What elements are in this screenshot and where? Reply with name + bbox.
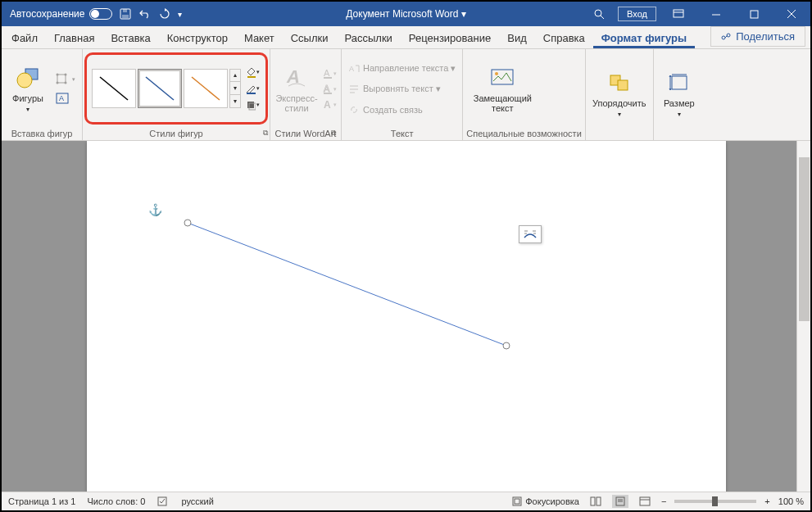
svg-point-16 (57, 82, 59, 84)
search-icon[interactable] (580, 2, 618, 26)
ribbon: Фигуры ▾ ▾ A Вставка фигур ▴ ▾ ▾ (2, 49, 810, 141)
alt-text-label: Замещающий текст (468, 93, 537, 113)
page-indicator[interactable]: Страница 1 из 1 (8, 496, 75, 506)
read-mode-button[interactable] (587, 495, 604, 508)
login-button[interactable]: Вход (618, 7, 656, 21)
ribbon-display-icon[interactable] (660, 2, 697, 26)
tab-help[interactable]: Справка (535, 27, 593, 48)
shapes-label: Фигуры (12, 93, 43, 103)
shape-style-gallery[interactable] (92, 69, 228, 108)
focus-mode-button[interactable]: Фокусировка (512, 496, 579, 506)
tab-review[interactable]: Рецензирование (401, 27, 499, 48)
svg-rect-1 (122, 15, 129, 18)
shape-fill-button[interactable]: ▾ (244, 65, 261, 79)
text-direction-icon: A (348, 63, 360, 75)
tab-insert[interactable]: Вставка (102, 27, 158, 48)
svg-rect-51 (515, 499, 519, 504)
save-icon[interactable] (119, 7, 132, 20)
tab-home[interactable]: Главная (46, 27, 102, 48)
group-label-shape-styles: Стили фигур⧉ (83, 127, 270, 140)
shape-effects-button[interactable]: ▾ (244, 97, 261, 112)
zoom-in-button[interactable]: + (764, 496, 769, 506)
alt-text-button[interactable]: Замещающий текст (466, 57, 538, 121)
tab-view[interactable]: Вид (499, 27, 535, 48)
dialog-launcher-icon[interactable]: ⧉ (331, 129, 336, 138)
autosave-label: Автосохранение (10, 8, 84, 20)
tab-file[interactable]: Файл (3, 27, 46, 48)
selected-line-shape[interactable] (87, 141, 726, 492)
tab-references[interactable]: Ссылки (283, 27, 337, 48)
line-handle-start[interactable] (184, 220, 192, 227)
document-title[interactable]: Документ Microsoft Word ▾ (346, 8, 465, 20)
svg-rect-2 (123, 9, 127, 12)
gallery-down-icon[interactable]: ▾ (230, 82, 240, 95)
svg-line-44 (188, 223, 506, 346)
svg-rect-29 (324, 77, 332, 79)
dialog-launcher-icon[interactable]: ⧉ (263, 129, 268, 138)
tab-layout[interactable]: Макет (236, 27, 283, 48)
line-handle-end[interactable] (503, 342, 510, 350)
autosave-toggle[interactable]: Автосохранение (10, 8, 112, 20)
layout-options-button[interactable] (519, 225, 542, 243)
vertical-scrollbar[interactable] (796, 141, 810, 492)
group-wordart-styles: A Экспресс-стили A▾ A▾ A▾ Стили WordArt⧉ (270, 49, 342, 140)
svg-text:A: A (324, 99, 331, 111)
svg-rect-53 (597, 497, 601, 505)
svg-rect-8 (751, 11, 758, 18)
word-count[interactable]: Число слов: 0 (87, 496, 145, 506)
wordart-icon: A (284, 65, 310, 91)
page[interactable]: ⚓ (87, 141, 726, 492)
zoom-out-button[interactable]: − (661, 496, 666, 506)
svg-rect-13 (57, 75, 66, 83)
toggle-off-icon (89, 8, 112, 20)
tab-design[interactable]: Конструктор (159, 27, 236, 48)
close-button[interactable] (773, 2, 810, 26)
style-preset-blue[interactable] (138, 69, 182, 108)
arrange-label: Упорядочить (592, 98, 646, 108)
document-area[interactable]: ⚓ (2, 141, 810, 492)
shapes-icon (15, 65, 41, 91)
zoom-slider-knob[interactable] (712, 496, 718, 506)
qat-customize-icon[interactable]: ▾ (178, 10, 182, 19)
scrollbar-thumb[interactable] (799, 157, 810, 321)
text-fill-button: A▾ (321, 66, 338, 81)
gallery-scroll[interactable]: ▴ ▾ ▾ (229, 69, 241, 108)
svg-rect-25 (247, 102, 254, 108)
size-button[interactable]: Размер ▾ (657, 62, 701, 126)
gallery-up-icon[interactable]: ▴ (230, 70, 240, 83)
svg-point-17 (65, 82, 67, 84)
minimize-button[interactable] (697, 2, 735, 26)
arrange-button[interactable]: Упорядочить ▾ (589, 62, 650, 126)
layout-options-icon (523, 229, 538, 240)
shape-outline-button[interactable]: ▾ (244, 81, 261, 96)
titlebar: Автосохранение ▾ Документ Microsoft Word… (2, 2, 810, 26)
group-label-insert-shapes: Вставка фигур (5, 127, 79, 140)
alt-text-icon (489, 65, 515, 91)
style-preset-orange[interactable] (184, 69, 228, 108)
zoom-slider[interactable] (674, 500, 756, 503)
spellcheck-icon[interactable] (157, 496, 170, 507)
share-button[interactable]: Поделиться (710, 26, 805, 47)
maximize-button[interactable] (735, 2, 773, 26)
gallery-more-icon[interactable]: ▾ (230, 95, 240, 107)
edit-shape-button[interactable]: ▾ (52, 70, 79, 88)
text-box-button[interactable]: A (52, 89, 79, 107)
group-shape-styles: ▴ ▾ ▾ ▾ ▾ ▾ Стили фигур⧉ (83, 49, 270, 140)
tab-mailings[interactable]: Рассылки (336, 27, 400, 48)
redo-icon[interactable] (158, 7, 171, 20)
focus-icon (512, 496, 522, 506)
svg-point-3 (595, 10, 601, 16)
arrange-icon (606, 70, 633, 96)
language-indicator[interactable]: русский (181, 496, 213, 506)
svg-point-15 (65, 74, 67, 76)
group-arrange: Упорядочить ▾ (586, 49, 654, 140)
shapes-button[interactable]: Фигуры ▾ (5, 57, 51, 121)
zoom-level[interactable]: 100 % (778, 496, 804, 506)
web-layout-button[interactable] (637, 495, 653, 508)
svg-rect-23 (247, 76, 256, 78)
tab-shape-format[interactable]: Формат фигуры (593, 27, 695, 48)
undo-icon[interactable] (138, 7, 152, 20)
style-preset-black[interactable] (92, 69, 136, 108)
print-layout-button[interactable] (612, 495, 628, 508)
group-label-accessibility: Специальные возможности (466, 127, 581, 140)
